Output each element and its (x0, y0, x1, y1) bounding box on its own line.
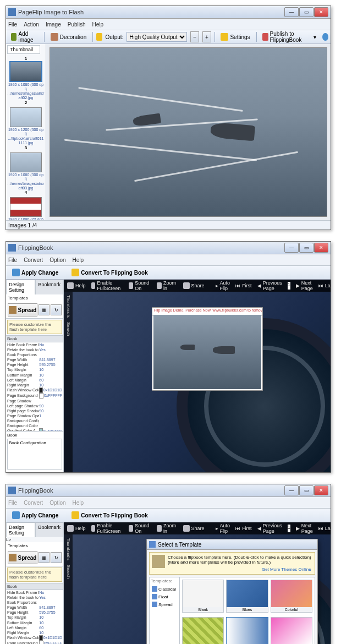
decoration-button[interactable]: Decoration (48, 32, 89, 42)
template-cat-classical[interactable]: Classical (151, 585, 178, 593)
last-button[interactable]: ⏭Last (318, 283, 331, 288)
next-page-button[interactable]: ▶Next Page (296, 280, 313, 291)
apply-change-button[interactable]: Apply Change (9, 510, 61, 520)
refresh-button[interactable]: ↻ (51, 552, 62, 563)
property-row[interactable]: Page Background Color0xFFFFFF (6, 641, 63, 644)
publish-button[interactable]: Publish to FlippingBook▾ (260, 30, 319, 44)
sound-button[interactable]: Sound On (129, 523, 151, 534)
template-card-fixed[interactable]: Fixed (226, 617, 268, 644)
fullscreen-button[interactable]: Enable FullScreen (91, 523, 123, 534)
menu-file[interactable]: File (8, 21, 17, 28)
property-row[interactable]: Right page Shadow90 (6, 408, 63, 413)
first-button[interactable]: ⏮First (235, 283, 252, 288)
minimize-button[interactable]: — (284, 485, 299, 495)
settings-button[interactable]: Settings (218, 32, 252, 42)
share-button[interactable]: Share (183, 282, 205, 289)
convert-button[interactable]: Convert To Flipping Book (69, 268, 150, 277)
template-card-blank[interactable]: Blank (182, 580, 224, 613)
menu-convert[interactable]: Convert (24, 257, 43, 263)
property-row[interactable]: Bottom Margin10 (6, 373, 63, 378)
template-select-button[interactable]: ▦ (38, 552, 50, 563)
page-input[interactable]: 1 (288, 282, 290, 290)
maximize-button[interactable]: ▭ (299, 243, 314, 253)
property-row[interactable]: Page Width841.8897 (6, 357, 63, 362)
share-button[interactable]: Share (183, 525, 205, 532)
property-row[interactable]: Book Proportions (6, 352, 63, 357)
convert-button[interactable]: Convert To Flipping Book (69, 510, 150, 520)
property-row[interactable]: Page Width841.8897 (6, 605, 63, 610)
property-list[interactable]: Book Hide Book Frame BarNoRetain the boo… (6, 335, 63, 431)
refresh-button[interactable]: ↻ (51, 304, 62, 315)
property-row[interactable]: Page Shadow (6, 399, 63, 403)
thumbnails-tab[interactable]: Thumbnails (66, 295, 71, 318)
menu-action[interactable]: Action (24, 21, 39, 28)
book-configuration[interactable]: Book Configuration (7, 439, 62, 470)
zoom-out-button[interactable]: − (190, 31, 199, 42)
help-icon[interactable] (322, 33, 328, 41)
apply-change-button[interactable]: Apply Change (9, 268, 61, 277)
close-button[interactable]: ✕ (314, 7, 328, 17)
page-input[interactable]: 1 (288, 525, 290, 532)
property-row[interactable]: Hide Book Frame BarNo (6, 342, 63, 347)
thumbnail-item[interactable]: 1920 x 1200 (300 dpi) ...flipbook\aircra… (7, 107, 45, 150)
menu-file[interactable]: File (8, 257, 17, 263)
property-row[interactable]: Top Margin10 (6, 367, 63, 372)
minimize-button[interactable]: — (284, 243, 299, 253)
maximize-button[interactable]: ▭ (299, 7, 314, 17)
thumbnail-item[interactable]: 1920 x 1080 (72 dpi) (7, 197, 45, 220)
template-card-dazzle[interactable]: Dazzle (182, 617, 224, 644)
template-card-colorful[interactable]: Colorful (271, 580, 312, 613)
next-page-button[interactable]: ▶Next Page (296, 523, 313, 534)
property-row[interactable]: Page Shadow Opacity1 (6, 413, 63, 418)
property-row[interactable]: Retain the book to centerYes (6, 347, 63, 352)
property-row[interactable]: Page Background Color0xFFFFFF (6, 393, 63, 399)
property-row[interactable]: Bottom Margin10 (6, 620, 63, 625)
tab-bookmark[interactable]: Bookmark (35, 522, 63, 537)
property-row[interactable]: Page Height595.2755 (6, 362, 63, 367)
spread-button[interactable]: Spread (8, 551, 37, 564)
search-tab[interactable]: Search (66, 565, 71, 578)
help-button[interactable]: Help (67, 525, 86, 532)
property-row[interactable]: Top Margin10 (6, 615, 63, 620)
zoom-button[interactable]: Zoom in (157, 280, 178, 291)
thumbnails-tab[interactable]: Thumbnails (66, 538, 71, 560)
first-button[interactable]: ⏮First (235, 526, 252, 531)
menu-image[interactable]: Image (46, 21, 61, 28)
property-row[interactable]: Background Config (6, 418, 63, 423)
property-row[interactable]: Hide Book Frame BarNo (6, 590, 63, 595)
prev-page-button[interactable]: ◀Previous Page (257, 523, 282, 534)
thumbnail-item[interactable]: 1 1920 x 1080 (300 dpi) ...hemes\images\… (7, 56, 45, 105)
autoflip-button[interactable]: ▸Auto Flip (216, 523, 230, 534)
template-card-blues[interactable]: Blues (226, 580, 268, 613)
help-button[interactable]: Help (67, 282, 86, 289)
template-card-flowerd[interactable]: Flowerd (271, 617, 312, 644)
fullscreen-button[interactable]: Enable FullScreen (91, 280, 123, 291)
tab-design-setting[interactable]: Design Setting (6, 280, 35, 294)
template-cat-float[interactable]: Float (151, 593, 178, 601)
menu-help[interactable]: Help (92, 21, 104, 28)
menu-publish[interactable]: Publish (68, 21, 86, 28)
property-row[interactable]: Flash Window Color0x1D1D1D (6, 635, 63, 641)
search-tab[interactable]: Search (66, 322, 71, 336)
zoom-in-button[interactable]: + (202, 31, 211, 42)
sound-button[interactable]: Sound On (129, 280, 151, 291)
thumbnail-item[interactable]: 1920 x 1080 (300 dpi) ...hemes\images\ai… (7, 152, 45, 195)
close-button[interactable]: ✕ (314, 243, 328, 253)
property-row[interactable]: Page Height595.2755 (6, 610, 63, 615)
property-row[interactable]: Book Proportions (6, 600, 63, 605)
template-select-button[interactable]: ▦ (38, 304, 50, 315)
maximize-button[interactable]: ▭ (299, 485, 314, 495)
property-row[interactable]: Left Margin60 (6, 625, 63, 630)
prev-page-button[interactable]: ◀Previous Page (257, 280, 282, 291)
close-button[interactable]: ✕ (314, 485, 328, 495)
menu-help[interactable]: Help (73, 257, 84, 263)
tab-design-setting[interactable]: Design Setting (6, 522, 35, 537)
add-image-button[interactable]: Add image (8, 30, 41, 44)
menu-option[interactable]: Option (50, 257, 65, 263)
last-button[interactable]: ⏭Last (318, 526, 331, 531)
get-more-themes-link[interactable]: Get More Themes Online (168, 565, 311, 572)
minimize-button[interactable]: — (284, 7, 299, 17)
property-row[interactable]: Flash Window Color0x1D1D1D (6, 388, 63, 393)
property-row[interactable]: Left Margin60 (6, 378, 63, 383)
autoflip-button[interactable]: ▸Auto Flip (216, 280, 230, 291)
